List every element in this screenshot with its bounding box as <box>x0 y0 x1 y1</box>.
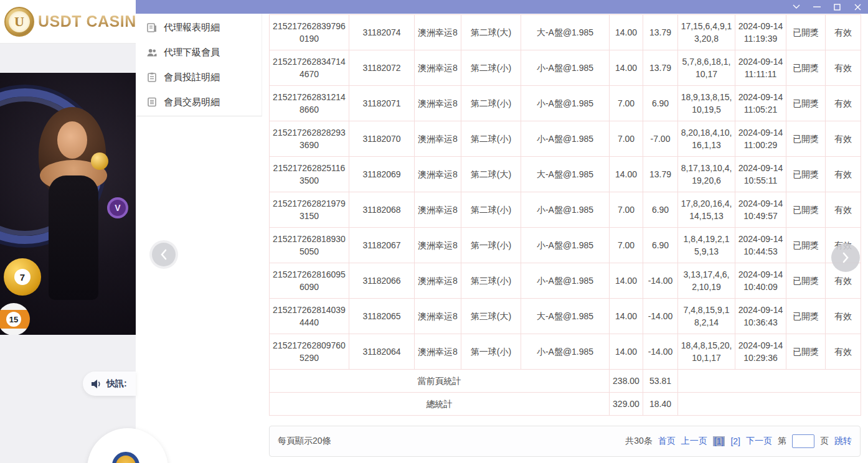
cell-amount: 7.00 <box>610 228 643 263</box>
cell-valid: 有效 <box>826 334 861 370</box>
cell-id: 31182074 <box>349 15 415 50</box>
cell-order: 2152172628282933690 <box>270 121 349 157</box>
cell-game: 澳洲幸运8 <box>415 50 461 86</box>
table-row: 215217262839796019031182074澳洲幸运8第二球(大)大-… <box>270 15 861 50</box>
table-row: 215217262834714467031182072澳洲幸运8第二球(小)小-… <box>270 50 861 86</box>
cell-bet: 第三球(大) <box>461 299 521 334</box>
sidebar-item-agent-members[interactable]: 代理下級會員 <box>136 40 262 65</box>
pagination-bar: 每頁顯示20條 共30条 首页 上一页 [1] [2] 下一页 第 页 跳转 <box>269 426 861 457</box>
cell-game: 澳洲幸运8 <box>415 299 461 334</box>
sidebar-item-agent-report[interactable]: 代理報表明細 <box>136 15 262 40</box>
bet-detail-icon <box>147 72 157 82</box>
cell-winloss: -14.00 <box>643 334 678 370</box>
table-row: 215217262828293369031182070澳洲幸运8第二球(小)小-… <box>270 121 861 157</box>
summary-label: 總統計 <box>270 393 610 416</box>
cell-order: 2152172628160956090 <box>270 263 349 299</box>
billiard-ball-small <box>91 152 108 170</box>
cell-time: 2024-09-14 11:00:29 <box>735 121 786 157</box>
coin-letter: U <box>9 11 30 32</box>
page-jump-input[interactable] <box>792 434 814 448</box>
cell-status: 已開獎 <box>786 50 826 86</box>
sidebar-item-label: 會員投註明細 <box>164 72 220 83</box>
cell-game: 澳洲幸运8 <box>415 228 461 263</box>
cell-status: 已開獎 <box>786 299 826 334</box>
next-page-link[interactable]: 下一页 <box>746 436 772 447</box>
cell-bet: 第一球(小) <box>461 228 521 263</box>
main-content: 215217262839796019031182074澳洲幸运8第二球(大)大-… <box>262 14 868 463</box>
summary-amount: 238.00 <box>610 370 643 393</box>
minimize-button[interactable] <box>806 0 827 14</box>
cell-game: 澳洲幸运8 <box>415 157 461 192</box>
cell-amount: 14.00 <box>610 15 643 50</box>
users-icon <box>147 48 157 57</box>
cell-time: 2024-09-14 11:11:11 <box>735 50 786 86</box>
cell-winloss: -14.00 <box>643 299 678 334</box>
cell-game: 澳洲幸运8 <box>415 334 461 370</box>
billiard-ball-15: 15 <box>0 303 30 335</box>
chevron-down-icon[interactable] <box>786 0 806 14</box>
pagination-controls: 共30条 首页 上一页 [1] [2] 下一页 第 页 跳转 <box>625 434 852 448</box>
cell-order: 2152172628219793150 <box>270 192 349 228</box>
cell-winloss: 13.79 <box>643 157 678 192</box>
promo-model-face <box>57 121 87 159</box>
cell-play: 小-A盤@1.985 <box>521 334 610 370</box>
cell-game: 澳洲幸运8 <box>415 121 461 157</box>
page-number-2[interactable]: [2] <box>730 436 740 446</box>
cell-numbers: 17,8,20,16,4,14,15,13 <box>678 192 735 228</box>
summary-empty <box>678 393 861 416</box>
first-page-link[interactable]: 首页 <box>658 436 676 447</box>
cell-order: 2152172628097605290 <box>270 334 349 370</box>
cell-valid: 有效 <box>826 299 861 334</box>
billiard-ball-7: 7 <box>4 258 41 296</box>
sidebar-menu: 代理報表明細 代理下級會員 會員投註明細 會員交易明細 <box>136 14 262 116</box>
summary-winloss: 53.81 <box>643 370 678 393</box>
cell-status: 已開獎 <box>786 192 826 228</box>
sidebar-item-member-transactions[interactable]: 會員交易明細 <box>136 90 262 115</box>
cell-order: 2152172628189305050 <box>270 228 349 263</box>
total-count-label: 共30条 <box>625 436 653 447</box>
news-label: 快訊: <box>106 378 127 390</box>
cell-valid: 有效 <box>826 157 861 192</box>
window-titlebar <box>136 0 868 14</box>
carousel-next-button[interactable] <box>831 243 860 272</box>
news-ticker: 快訊: <box>83 372 136 396</box>
cell-numbers: 17,15,6,4,9,13,20,8 <box>678 15 735 50</box>
cell-bet: 第二球(小) <box>461 192 521 228</box>
cell-play: 小-A盤@1.985 <box>521 192 610 228</box>
carousel-prev-button[interactable] <box>152 243 176 266</box>
cell-order: 2152172628140394440 <box>270 299 349 334</box>
summary-label: 當前頁統計 <box>270 370 610 393</box>
cell-time: 2024-09-14 11:19:39 <box>735 15 786 50</box>
cell-time: 2024-09-14 10:55:11 <box>735 157 786 192</box>
cell-bet: 第二球(大) <box>461 157 521 192</box>
table-row: 215217262825116350031182069澳洲幸运8第二球(大)大-… <box>270 157 861 192</box>
cell-time: 2024-09-14 10:29:36 <box>735 334 786 370</box>
close-button[interactable] <box>847 0 868 14</box>
chevron-right-icon <box>842 252 849 263</box>
sidebar-item-label: 代理下級會員 <box>164 47 220 58</box>
cell-bet: 第一球(小) <box>461 334 521 370</box>
cell-numbers: 7,4,8,15,9,18,2,14 <box>678 299 735 334</box>
cell-valid: 有效 <box>826 192 861 228</box>
promo-model-dress <box>49 175 98 300</box>
cell-numbers: 1,8,4,19,2,15,9,13 <box>678 228 735 263</box>
cell-id: 31182065 <box>349 299 415 334</box>
cell-amount: 14.00 <box>610 299 643 334</box>
cell-play: 大-A盤@1.985 <box>521 15 610 50</box>
cell-valid: 有效 <box>826 121 861 157</box>
promo-image[interactable]: V 7 15 <box>0 73 136 335</box>
summary-amount: 329.00 <box>610 393 643 416</box>
page-summary-row: 當前頁統計 238.00 53.81 <box>270 370 861 393</box>
casino-chip: V <box>107 197 128 218</box>
prev-page-link[interactable]: 上一页 <box>681 436 707 447</box>
cell-id: 31182068 <box>349 192 415 228</box>
jump-suffix-label: 页 <box>820 436 829 447</box>
sidebar-item-member-bets[interactable]: 會員投註明細 <box>136 65 262 90</box>
cell-play: 小-A盤@1.985 <box>521 263 610 299</box>
bet-detail-table: 215217262839796019031182074澳洲幸运8第二球(大)大-… <box>269 14 861 416</box>
jump-button[interactable]: 跳转 <box>834 436 852 447</box>
cell-time: 2024-09-14 11:05:21 <box>735 86 786 121</box>
cell-status: 已開獎 <box>786 15 826 50</box>
maximize-button[interactable] <box>827 0 847 14</box>
page-number-1[interactable]: [1] <box>713 436 725 446</box>
